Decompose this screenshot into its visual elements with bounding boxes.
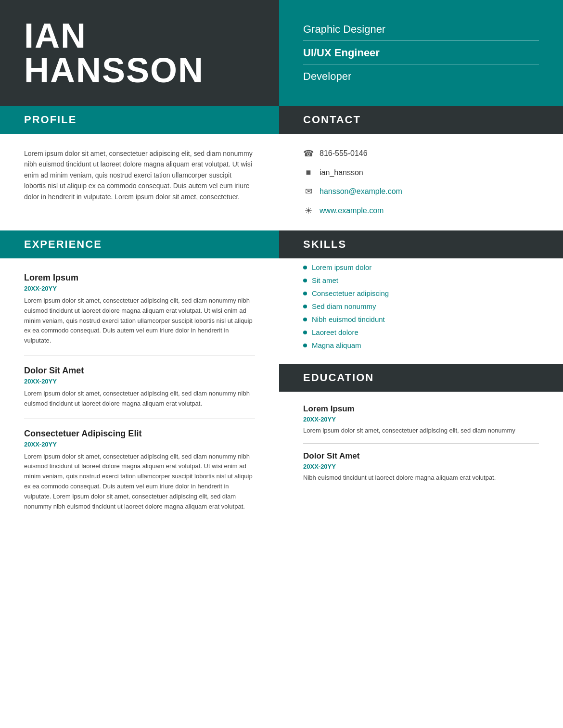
profile-contact-bar: PROFILE CONTACT	[0, 106, 563, 134]
exp-2-title: Dolor Sit Amet	[24, 366, 255, 376]
education-content: Lorem Ipsum 20XX-20YY Lorem ipsum dolor …	[303, 396, 539, 490]
profile-content: Lorem ipsum dolor sit amet, consectetuer…	[0, 134, 279, 230]
skills-section-title: SKILLS	[303, 238, 346, 250]
email-link[interactable]: hansson@example.com	[320, 187, 402, 196]
edu-2-date: 20XX-20YY	[303, 463, 539, 470]
edu-1-title: Lorem Ipsum	[303, 404, 539, 414]
header-name-block: IAN HANSSON	[0, 0, 279, 106]
experience-item-2: Dolor Sit Amet 20XX-20YY Lorem ipsum dol…	[24, 356, 255, 419]
exp-1-desc: Lorem ipsum dolor sit amet, consectetuer…	[24, 296, 255, 346]
skill-7-label: Magna aliquam	[312, 341, 361, 349]
skill-dot	[303, 331, 307, 334]
skill-dot	[303, 292, 307, 295]
profile-bar: PROFILE	[0, 106, 279, 134]
phone-icon: ☎	[303, 148, 314, 159]
profile-section-title: PROFILE	[24, 114, 77, 126]
edu-1-desc: Lorem ipsum dolor sit amet, consectetuer…	[303, 426, 539, 435]
experience-skills-bar: EXPERIENCE SKILLS	[0, 230, 563, 258]
skill-6: Laoreet dolore	[303, 328, 539, 336]
edu-1-date: 20XX-20YY	[303, 416, 539, 423]
experience-section-title: EXPERIENCE	[24, 238, 102, 250]
username-text: ian_hansson	[320, 168, 363, 177]
exp-3-date: 20XX-20YY	[24, 441, 255, 448]
education-section-title: EDUCATION	[303, 371, 374, 383]
chat-icon: ■	[303, 167, 314, 178]
experience-bar: EXPERIENCE	[0, 230, 279, 258]
contact-website: ☀ www.example.com	[303, 205, 539, 216]
skill-2-label: Sit amet	[312, 276, 338, 284]
skill-7: Magna aliquam	[303, 341, 539, 349]
header-titles: Graphic Designer UI/UX Engineer Develope…	[279, 0, 563, 106]
skill-4-label: Sed diam nonummy	[312, 302, 376, 310]
contact-list: ☎ 816-555-0146 ■ ian_hansson ✉ hansson@e…	[303, 148, 539, 216]
skill-dot	[303, 305, 307, 308]
skill-4: Sed diam nonummy	[303, 302, 539, 310]
skills-education-content: Lorem ipsum dolor Sit amet Consectetuer …	[279, 258, 563, 536]
skill-5-label: Nibh euismod tincidunt	[312, 315, 385, 323]
education-item-2: Dolor Sit Amet 20XX-20YY Nibh euismod ti…	[303, 444, 539, 490]
profile-contact-content: Lorem ipsum dolor sit amet, consectetuer…	[0, 134, 563, 230]
exp-3-desc: Lorem ipsum dolor sit amet, consectetuer…	[24, 452, 255, 512]
contact-phone: ☎ 816-555-0146	[303, 148, 539, 159]
contact-username: ■ ian_hansson	[303, 167, 539, 178]
skill-dot	[303, 279, 307, 282]
exp-3-title: Consectetuer Adipiscing Elit	[24, 429, 255, 439]
contact-email: ✉ hansson@example.com	[303, 186, 539, 197]
education-bar: EDUCATION	[279, 364, 563, 392]
profile-text: Lorem ipsum dolor sit amet, consectetuer…	[24, 148, 255, 202]
exp-2-desc: Lorem ipsum dolor sit amet, consectetuer…	[24, 389, 255, 409]
skill-3-label: Consectetuer adipiscing	[312, 289, 389, 297]
title-graphic-designer: Graphic Designer	[303, 23, 539, 41]
header: IAN HANSSON Graphic Designer UI/UX Engin…	[0, 0, 563, 106]
skill-6-label: Laoreet dolore	[312, 328, 358, 336]
contact-section-title: CONTACT	[303, 114, 361, 126]
skill-1-label: Lorem ipsum dolor	[312, 263, 371, 271]
exp-1-title: Lorem Ipsum	[24, 273, 255, 283]
first-name: IAN	[24, 16, 87, 55]
experience-item-1: Lorem Ipsum 20XX-20YY Lorem ipsum dolor …	[24, 263, 255, 356]
website-link[interactable]: www.example.com	[320, 206, 384, 215]
education-item-1: Lorem Ipsum 20XX-20YY Lorem ipsum dolor …	[303, 396, 539, 444]
skill-1: Lorem ipsum dolor	[303, 263, 539, 271]
phone-number: 816-555-0146	[320, 149, 368, 158]
skill-5: Nibh euismod tincidunt	[303, 315, 539, 323]
contact-content: ☎ 816-555-0146 ■ ian_hansson ✉ hansson@e…	[279, 134, 563, 230]
skill-3: Consectetuer adipiscing	[303, 289, 539, 297]
exp-2-date: 20XX-20YY	[24, 378, 255, 385]
last-name: HANSSON	[24, 51, 204, 89]
email-icon: ✉	[303, 186, 314, 197]
skills-bar: SKILLS	[279, 230, 563, 258]
globe-icon: ☀	[303, 205, 314, 216]
skill-dot	[303, 266, 307, 269]
title-developer: Developer	[303, 68, 539, 83]
skill-2: Sit amet	[303, 276, 539, 284]
experience-item-3: Consectetuer Adipiscing Elit 20XX-20YY L…	[24, 419, 255, 522]
experience-skills-content: Lorem Ipsum 20XX-20YY Lorem ipsum dolor …	[0, 258, 563, 536]
skill-dot	[303, 318, 307, 321]
edu-2-title: Dolor Sit Amet	[303, 451, 539, 461]
skills-list: Lorem ipsum dolor Sit amet Consectetuer …	[303, 263, 539, 349]
contact-bar: CONTACT	[279, 106, 563, 134]
skill-dot	[303, 344, 307, 347]
experience-content: Lorem Ipsum 20XX-20YY Lorem ipsum dolor …	[0, 258, 279, 536]
exp-1-date: 20XX-20YY	[24, 285, 255, 292]
edu-2-desc: Nibh euismod tincidunt ut laoreet dolore…	[303, 473, 539, 483]
title-uiux: UI/UX Engineer	[303, 45, 539, 64]
full-name: IAN HANSSON	[24, 18, 204, 88]
